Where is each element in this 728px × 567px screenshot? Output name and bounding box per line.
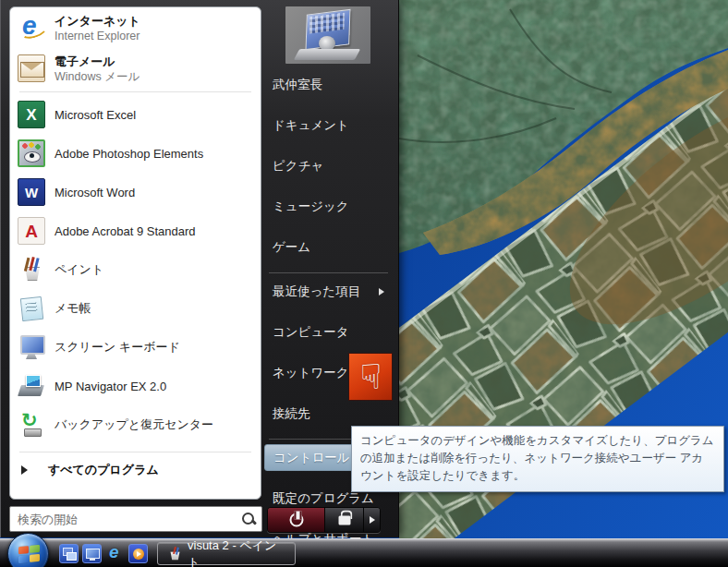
start-menu-item-recent-items[interactable]: 最近使った項目: [261, 278, 397, 314]
notepad-icon: [18, 295, 45, 322]
start-menu-item-documents[interactable]: ドキュメント: [261, 112, 397, 148]
lock-icon: [338, 515, 350, 525]
right-arrow-icon: [370, 516, 375, 524]
program-label: ペイント: [55, 261, 103, 278]
start-menu-item-internet[interactable]: インターネット Internet Explorer: [10, 7, 261, 48]
screen-keyboard-icon: [18, 333, 45, 361]
control-panel-tooltip: コンピュータのデザインや機能をカスタマイズしたり、プログラムの追加または削除を行…: [351, 426, 724, 492]
program-label: スクリーン キーボード: [55, 339, 180, 356]
start-menu-item-email[interactable]: 電子メール Windows メール: [10, 48, 261, 89]
pinned-item-subtitle: Windows メール: [55, 69, 140, 84]
start-menu: インターネット Internet Explorer 電子メール Windows …: [0, 0, 399, 537]
search-row: [9, 506, 262, 532]
quick-launch-bar: [59, 544, 148, 563]
show-desktop-icon[interactable]: [82, 544, 102, 563]
mp-navigator-icon: [18, 372, 45, 400]
program-label: Adobe Photoshop Elements: [55, 147, 203, 161]
shutdown-options-button[interactable]: [364, 508, 380, 532]
paint-icon: [167, 547, 181, 561]
avatar-art-base: [294, 49, 360, 60]
internet-explorer-icon: [18, 14, 45, 42]
program-label: Microsoft Word: [55, 186, 135, 199]
windows-logo-icon: [18, 545, 40, 563]
start-button[interactable]: [7, 533, 49, 567]
lock-button[interactable]: [325, 508, 364, 532]
search-icon: [241, 512, 256, 526]
power-button[interactable]: [268, 508, 325, 532]
start-menu-item-photoshop-elements[interactable]: Adobe Photoshop Elements: [10, 134, 261, 173]
taskbar: visuta 2 - ペイント: [0, 538, 728, 567]
taskbar-window-label: visuta 2 - ペイント: [188, 537, 285, 567]
start-menu-item-excel[interactable]: Microsoft Excel: [10, 95, 261, 134]
start-menu-item-pictures[interactable]: ピクチャ: [261, 152, 397, 188]
power-icon: [289, 513, 303, 527]
program-label: メモ帳: [55, 300, 91, 317]
start-menu-item-acrobat[interactable]: Adobe Acrobat 9 Standard: [10, 211, 261, 250]
hand-pointer-cursor: ☟: [349, 354, 392, 400]
photoshop-elements-icon: [18, 139, 45, 167]
power-button-group: [267, 507, 381, 533]
pinned-item-subtitle: Internet Explorer: [55, 29, 140, 43]
start-menu-item-music[interactable]: ミュージック: [261, 193, 397, 229]
excel-icon: [18, 101, 45, 128]
taskbar-window-button[interactable]: visuta 2 - ペイント: [157, 542, 296, 565]
program-label: バックアップと復元センター: [55, 416, 213, 433]
acrobat-icon: [18, 217, 45, 245]
backup-restore-icon: [18, 411, 45, 439]
start-menu-item-notepad[interactable]: メモ帳: [10, 289, 261, 328]
divider: [269, 272, 388, 273]
start-menu-left-panel: インターネット Internet Explorer 電子メール Windows …: [9, 6, 261, 500]
submenu-arrow-icon: [379, 288, 384, 296]
internet-explorer-icon[interactable]: [105, 544, 125, 563]
all-programs-button[interactable]: すべてのプログラム: [10, 458, 261, 482]
start-menu-item-word[interactable]: Microsoft Word: [10, 173, 261, 211]
start-menu-item-backup-restore[interactable]: バックアップと復元センター: [10, 405, 261, 444]
start-menu-item-user-name[interactable]: 武仲室長: [261, 71, 397, 107]
program-label: Microsoft Excel: [55, 108, 136, 122]
divider: [19, 91, 251, 92]
program-label: MP Navigator EX 2.0: [55, 380, 166, 393]
right-arrow-icon: [21, 465, 28, 475]
paint-icon: [18, 256, 45, 284]
pinned-item-title: インターネット: [55, 13, 140, 29]
word-icon: [18, 178, 45, 206]
program-label: Adobe Acrobat 9 Standard: [55, 224, 196, 238]
start-menu-item-games[interactable]: ゲーム: [261, 234, 397, 270]
start-menu-item-mp-navigator[interactable]: MP Navigator EX 2.0: [10, 367, 261, 405]
windows-mail-icon: [18, 54, 45, 82]
start-menu-item-paint[interactable]: ペイント: [10, 250, 261, 289]
divider: [19, 452, 251, 452]
screen: インターネット Internet Explorer 電子メール Windows …: [0, 0, 728, 567]
start-menu-item-computer[interactable]: コンピュータ: [261, 319, 397, 355]
switch-windows-icon[interactable]: [59, 544, 79, 563]
media-player-icon[interactable]: [128, 544, 148, 563]
hand-down-icon: ☟: [359, 359, 381, 394]
pinned-item-title: 電子メール: [55, 54, 140, 69]
all-programs-label: すべてのプログラム: [48, 462, 159, 478]
start-menu-item-screen-keyboard[interactable]: スクリーン キーボード: [10, 328, 261, 367]
search-input[interactable]: [9, 506, 262, 532]
user-avatar[interactable]: [285, 6, 370, 64]
